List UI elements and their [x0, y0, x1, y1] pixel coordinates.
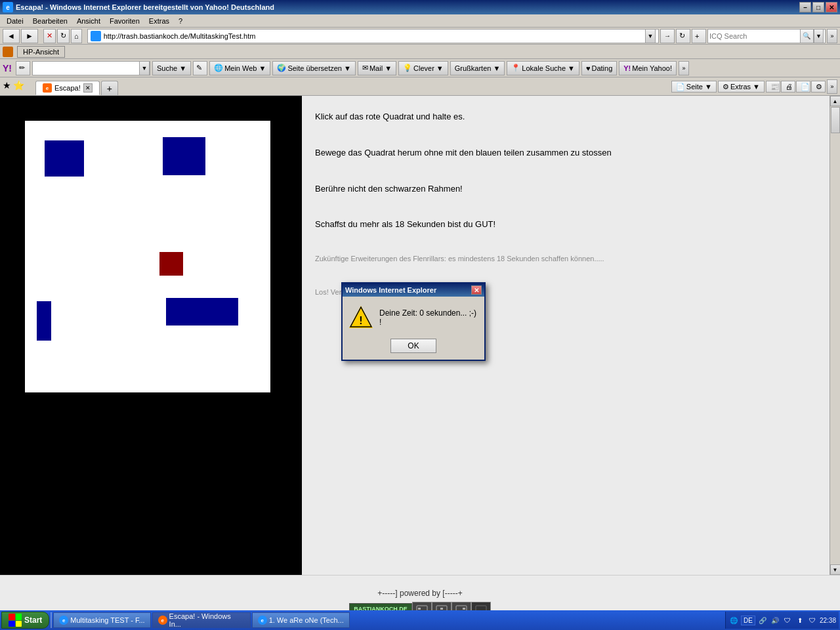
yahoo-pencil-icon[interactable]: ✎	[193, 61, 207, 75]
forward-button[interactable]: ►	[21, 29, 38, 43]
taskbar-btn-wearone[interactable]: e 1. We aRe oNe (Tech...	[252, 612, 350, 628]
nav-toolbar: ◄ ► ✕ ↻ ⌂ http://trash.bastiankoch.de/Mu…	[0, 28, 840, 45]
extras-cmd-button[interactable]: ⚙ Extras ▼	[718, 81, 765, 93]
live-search-add[interactable]: +	[692, 29, 706, 43]
tray-network-icon: 🔗	[757, 615, 768, 625]
tab-escapa[interactable]: e Escapa! ✕	[35, 81, 100, 95]
tab-new-btn[interactable]: +	[101, 81, 118, 95]
tab-close-escapa[interactable]: ✕	[83, 83, 93, 93]
yahoo-search-input[interactable]	[33, 64, 139, 72]
scrollbar[interactable]: ▲ ▼	[830, 96, 840, 575]
search-input[interactable]	[709, 32, 800, 40]
blue-square-1	[45, 140, 84, 177]
menu-edit[interactable]: Bearbeiten	[29, 16, 72, 26]
search-go-button[interactable]: 🔍	[800, 29, 814, 43]
yahoo-toolbar: Y! ✏ ▼ Suche ▼ ✎ 🌐 Mein Web ▼ 🌍 Seite üb…	[0, 59, 840, 77]
taskbar: Start e Multitasking TEST - F... e Escap…	[0, 610, 840, 630]
tab-favicon-escapa: e	[43, 83, 52, 93]
toolbar-more[interactable]: »	[827, 29, 837, 43]
instruction-3: Berühre nicht den schwarzen Rahmen!	[315, 181, 816, 196]
blue-square-3	[37, 301, 51, 341]
yahoo-cards-button[interactable]: Grußkarten ▼	[450, 61, 505, 75]
yahoo-search-button[interactable]: Suche ▼	[152, 61, 191, 75]
dialog-message: Deine Zeit: 0 sekunden... ;-) !	[379, 308, 478, 327]
red-square[interactable]	[159, 252, 183, 276]
yahoo-edit-icon[interactable]: ✏	[16, 61, 30, 75]
yahoo-translate-button[interactable]: 🌍 Seite übersetzen ▼	[272, 61, 356, 75]
taskbar-btn-escapa[interactable]: e Escapa! - Windows In...	[152, 612, 251, 628]
add-favorites[interactable]: ⭐	[13, 80, 24, 91]
yahoo-mail-button[interactable]: ✉ Mail ▼	[358, 61, 396, 75]
yahoo-more-button[interactable]: »	[679, 61, 689, 75]
blue-square-4	[166, 298, 238, 326]
restore-button[interactable]: □	[812, 2, 824, 12]
dialog: Windows Internet Explorer ✕ ! ! Deine Ze…	[341, 282, 486, 361]
yahoo-meinweb-button[interactable]: 🌐 Mein Web ▼	[209, 61, 270, 75]
page-icon: 📄	[676, 83, 685, 91]
clever-icon: 💡	[403, 64, 412, 72]
map-icon: 📍	[511, 64, 520, 72]
menu-file[interactable]: Datei	[3, 16, 28, 26]
yahoo-mainyahoo-button[interactable]: Y! Mein Yahoo!	[619, 61, 677, 75]
address-text: http://trash.bastiankoch.de/Multitasking…	[104, 32, 645, 40]
instruction-5: Zukünftige Erweiterungen des Flenrillars…	[315, 253, 816, 266]
favorites-star[interactable]: ★	[3, 80, 11, 91]
address-bar[interactable]: http://trash.bastiankoch.de/Multitasking…	[87, 29, 659, 43]
page-cmd-button[interactable]: 📄 Seite ▼	[671, 81, 717, 93]
tray-antivirus-icon: 🛡	[807, 615, 818, 625]
yahoo-clever-button[interactable]: 💡 Clever ▼	[398, 61, 448, 75]
tray-security-icon: 🛡	[782, 615, 793, 625]
menu-help[interactable]: ?	[175, 16, 186, 26]
menu-favorites[interactable]: Favoriten	[106, 16, 144, 26]
title-bar: e Escapa! - Windows Internet Explorer be…	[0, 0, 840, 14]
home-button[interactable]: ⌂	[71, 29, 82, 43]
language-badge: DE	[741, 616, 755, 625]
dialog-close-button[interactable]: ✕	[471, 285, 482, 295]
instruction-2: Bewege das Quadrat herum ohne mit den bl…	[315, 145, 816, 160]
svg-rect-3	[440, 608, 443, 610]
icon3[interactable]: 📄	[796, 81, 810, 93]
icon2[interactable]: 🖨	[781, 81, 795, 93]
scroll-down-button[interactable]: ▼	[830, 564, 841, 575]
yahoo-localsearch-button[interactable]: 📍 Lokale Suche ▼	[507, 61, 579, 75]
tray-update-icon: ⬆	[795, 615, 805, 625]
address-dropdown[interactable]: ▼	[645, 29, 656, 43]
search-dropdown[interactable]: ▼	[814, 29, 824, 43]
go-button[interactable]: →	[660, 29, 675, 43]
game-canvas[interactable]	[20, 116, 276, 398]
scroll-track[interactable]	[830, 106, 841, 564]
refresh-button[interactable]: ↻	[57, 29, 70, 43]
icon1[interactable]: 📰	[766, 81, 780, 93]
window-title: Escapa! - Windows Internet Explorer bere…	[16, 3, 274, 11]
back-button[interactable]: ◄	[3, 29, 20, 43]
minimize-button[interactable]: –	[799, 2, 811, 12]
icon4[interactable]: ⚙	[811, 81, 826, 93]
scroll-thumb[interactable]	[831, 107, 840, 133]
refresh-icon: ↻	[60, 32, 66, 40]
clock-time: 22:38	[820, 616, 836, 625]
start-label: Start	[24, 616, 42, 625]
scroll-up-button[interactable]: ▲	[830, 96, 841, 106]
svg-rect-1	[418, 608, 421, 610]
start-button[interactable]: Start	[1, 612, 49, 629]
taskbar-favicon-2: e	[158, 616, 167, 625]
window-icon: e	[3, 2, 13, 12]
yahoo-search-dropdown[interactable]: ▼	[139, 61, 150, 75]
menu-view[interactable]: Ansicht	[73, 16, 104, 26]
commands-more[interactable]: »	[827, 79, 837, 94]
close-button[interactable]: ✕	[826, 2, 837, 12]
stop-button[interactable]: ✕	[43, 29, 56, 43]
heart-icon: ♥	[586, 64, 591, 72]
warning-icon-container: ! !	[349, 306, 373, 329]
svg-rect-5	[463, 608, 465, 610]
taskbar-btn-multitasking[interactable]: e Multitasking TEST - F...	[53, 612, 150, 628]
taskbar-favicon-1: e	[59, 616, 68, 625]
dialog-ok-button[interactable]: OK	[390, 339, 436, 353]
yahoo-dating-button[interactable]: ♥ Dating	[581, 61, 617, 75]
hp-view-button[interactable]: HP-Ansicht	[17, 46, 65, 58]
tab-label-escapa: Escapa!	[54, 84, 81, 92]
live-search-refresh[interactable]: ↻	[676, 29, 690, 43]
yahoo-icon: Y!	[623, 64, 631, 72]
menu-extras[interactable]: Extras	[145, 16, 173, 26]
taskbar-favicon-3: e	[258, 616, 267, 625]
